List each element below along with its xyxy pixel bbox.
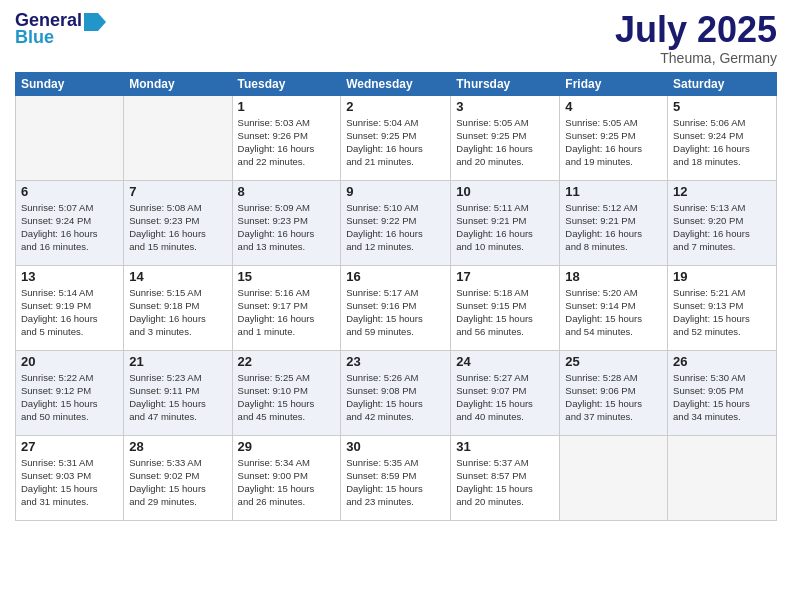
day-number: 20	[21, 354, 118, 369]
day-info: Sunrise: 5:17 AM Sunset: 9:16 PM Dayligh…	[346, 286, 445, 339]
table-cell: 15Sunrise: 5:16 AM Sunset: 9:17 PM Dayli…	[232, 265, 341, 350]
table-cell: 10Sunrise: 5:11 AM Sunset: 9:21 PM Dayli…	[451, 180, 560, 265]
col-monday: Monday	[124, 72, 232, 95]
day-info: Sunrise: 5:03 AM Sunset: 9:26 PM Dayligh…	[238, 116, 336, 169]
day-info: Sunrise: 5:08 AM Sunset: 9:23 PM Dayligh…	[129, 201, 226, 254]
calendar-row: 6Sunrise: 5:07 AM Sunset: 9:24 PM Daylig…	[16, 180, 777, 265]
table-cell: 1Sunrise: 5:03 AM Sunset: 9:26 PM Daylig…	[232, 95, 341, 180]
header-row: Sunday Monday Tuesday Wednesday Thursday…	[16, 72, 777, 95]
day-info: Sunrise: 5:10 AM Sunset: 9:22 PM Dayligh…	[346, 201, 445, 254]
calendar-table: Sunday Monday Tuesday Wednesday Thursday…	[15, 72, 777, 521]
day-number: 16	[346, 269, 445, 284]
col-thursday: Thursday	[451, 72, 560, 95]
day-number: 22	[238, 354, 336, 369]
table-cell	[560, 435, 668, 520]
table-cell: 23Sunrise: 5:26 AM Sunset: 9:08 PM Dayli…	[341, 350, 451, 435]
day-number: 24	[456, 354, 554, 369]
table-cell: 29Sunrise: 5:34 AM Sunset: 9:00 PM Dayli…	[232, 435, 341, 520]
table-cell: 18Sunrise: 5:20 AM Sunset: 9:14 PM Dayli…	[560, 265, 668, 350]
day-number: 25	[565, 354, 662, 369]
day-info: Sunrise: 5:14 AM Sunset: 9:19 PM Dayligh…	[21, 286, 118, 339]
day-info: Sunrise: 5:30 AM Sunset: 9:05 PM Dayligh…	[673, 371, 771, 424]
location: Theuma, Germany	[615, 50, 777, 66]
day-info: Sunrise: 5:13 AM Sunset: 9:20 PM Dayligh…	[673, 201, 771, 254]
table-cell: 28Sunrise: 5:33 AM Sunset: 9:02 PM Dayli…	[124, 435, 232, 520]
day-info: Sunrise: 5:33 AM Sunset: 9:02 PM Dayligh…	[129, 456, 226, 509]
day-number: 23	[346, 354, 445, 369]
col-sunday: Sunday	[16, 72, 124, 95]
table-cell: 9Sunrise: 5:10 AM Sunset: 9:22 PM Daylig…	[341, 180, 451, 265]
day-info: Sunrise: 5:20 AM Sunset: 9:14 PM Dayligh…	[565, 286, 662, 339]
day-info: Sunrise: 5:27 AM Sunset: 9:07 PM Dayligh…	[456, 371, 554, 424]
logo-icon	[84, 13, 106, 31]
table-cell	[124, 95, 232, 180]
table-cell: 8Sunrise: 5:09 AM Sunset: 9:23 PM Daylig…	[232, 180, 341, 265]
title-block: July 2025 Theuma, Germany	[615, 10, 777, 66]
calendar-row: 27Sunrise: 5:31 AM Sunset: 9:03 PM Dayli…	[16, 435, 777, 520]
day-number: 10	[456, 184, 554, 199]
day-info: Sunrise: 5:05 AM Sunset: 9:25 PM Dayligh…	[456, 116, 554, 169]
day-info: Sunrise: 5:34 AM Sunset: 9:00 PM Dayligh…	[238, 456, 336, 509]
day-info: Sunrise: 5:35 AM Sunset: 8:59 PM Dayligh…	[346, 456, 445, 509]
table-cell: 25Sunrise: 5:28 AM Sunset: 9:06 PM Dayli…	[560, 350, 668, 435]
table-cell: 5Sunrise: 5:06 AM Sunset: 9:24 PM Daylig…	[668, 95, 777, 180]
day-number: 29	[238, 439, 336, 454]
table-cell: 26Sunrise: 5:30 AM Sunset: 9:05 PM Dayli…	[668, 350, 777, 435]
day-number: 15	[238, 269, 336, 284]
month-title: July 2025	[615, 10, 777, 50]
logo: General Blue	[15, 10, 106, 48]
table-cell: 4Sunrise: 5:05 AM Sunset: 9:25 PM Daylig…	[560, 95, 668, 180]
table-cell: 14Sunrise: 5:15 AM Sunset: 9:18 PM Dayli…	[124, 265, 232, 350]
day-number: 9	[346, 184, 445, 199]
calendar-row: 13Sunrise: 5:14 AM Sunset: 9:19 PM Dayli…	[16, 265, 777, 350]
table-cell: 6Sunrise: 5:07 AM Sunset: 9:24 PM Daylig…	[16, 180, 124, 265]
day-number: 21	[129, 354, 226, 369]
calendar-row: 20Sunrise: 5:22 AM Sunset: 9:12 PM Dayli…	[16, 350, 777, 435]
day-info: Sunrise: 5:04 AM Sunset: 9:25 PM Dayligh…	[346, 116, 445, 169]
day-number: 2	[346, 99, 445, 114]
day-info: Sunrise: 5:31 AM Sunset: 9:03 PM Dayligh…	[21, 456, 118, 509]
day-info: Sunrise: 5:26 AM Sunset: 9:08 PM Dayligh…	[346, 371, 445, 424]
col-friday: Friday	[560, 72, 668, 95]
day-info: Sunrise: 5:21 AM Sunset: 9:13 PM Dayligh…	[673, 286, 771, 339]
day-number: 14	[129, 269, 226, 284]
table-cell: 3Sunrise: 5:05 AM Sunset: 9:25 PM Daylig…	[451, 95, 560, 180]
day-info: Sunrise: 5:16 AM Sunset: 9:17 PM Dayligh…	[238, 286, 336, 339]
col-saturday: Saturday	[668, 72, 777, 95]
table-cell	[668, 435, 777, 520]
table-cell: 22Sunrise: 5:25 AM Sunset: 9:10 PM Dayli…	[232, 350, 341, 435]
table-cell: 21Sunrise: 5:23 AM Sunset: 9:11 PM Dayli…	[124, 350, 232, 435]
logo-blue: Blue	[15, 27, 54, 48]
table-cell: 27Sunrise: 5:31 AM Sunset: 9:03 PM Dayli…	[16, 435, 124, 520]
day-info: Sunrise: 5:25 AM Sunset: 9:10 PM Dayligh…	[238, 371, 336, 424]
day-number: 4	[565, 99, 662, 114]
day-info: Sunrise: 5:07 AM Sunset: 9:24 PM Dayligh…	[21, 201, 118, 254]
day-number: 30	[346, 439, 445, 454]
day-number: 28	[129, 439, 226, 454]
day-number: 8	[238, 184, 336, 199]
day-number: 11	[565, 184, 662, 199]
col-tuesday: Tuesday	[232, 72, 341, 95]
table-cell: 11Sunrise: 5:12 AM Sunset: 9:21 PM Dayli…	[560, 180, 668, 265]
day-number: 27	[21, 439, 118, 454]
day-info: Sunrise: 5:18 AM Sunset: 9:15 PM Dayligh…	[456, 286, 554, 339]
day-number: 1	[238, 99, 336, 114]
table-cell: 7Sunrise: 5:08 AM Sunset: 9:23 PM Daylig…	[124, 180, 232, 265]
day-info: Sunrise: 5:09 AM Sunset: 9:23 PM Dayligh…	[238, 201, 336, 254]
day-info: Sunrise: 5:15 AM Sunset: 9:18 PM Dayligh…	[129, 286, 226, 339]
header: General Blue July 2025 Theuma, Germany	[15, 10, 777, 66]
day-info: Sunrise: 5:05 AM Sunset: 9:25 PM Dayligh…	[565, 116, 662, 169]
day-info: Sunrise: 5:22 AM Sunset: 9:12 PM Dayligh…	[21, 371, 118, 424]
col-wednesday: Wednesday	[341, 72, 451, 95]
day-info: Sunrise: 5:06 AM Sunset: 9:24 PM Dayligh…	[673, 116, 771, 169]
table-cell: 31Sunrise: 5:37 AM Sunset: 8:57 PM Dayli…	[451, 435, 560, 520]
day-number: 17	[456, 269, 554, 284]
calendar-row: 1Sunrise: 5:03 AM Sunset: 9:26 PM Daylig…	[16, 95, 777, 180]
day-number: 6	[21, 184, 118, 199]
table-cell: 19Sunrise: 5:21 AM Sunset: 9:13 PM Dayli…	[668, 265, 777, 350]
table-cell: 12Sunrise: 5:13 AM Sunset: 9:20 PM Dayli…	[668, 180, 777, 265]
day-number: 5	[673, 99, 771, 114]
day-info: Sunrise: 5:11 AM Sunset: 9:21 PM Dayligh…	[456, 201, 554, 254]
table-cell: 13Sunrise: 5:14 AM Sunset: 9:19 PM Dayli…	[16, 265, 124, 350]
day-number: 18	[565, 269, 662, 284]
